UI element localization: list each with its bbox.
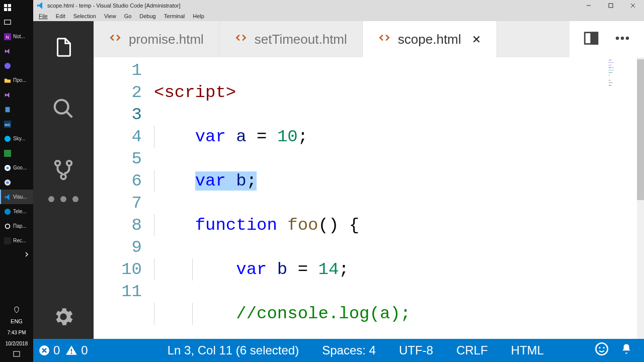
tab-promise[interactable]: promise.html [94, 21, 219, 57]
svg-point-44 [599, 347, 600, 348]
svg-text:N: N [6, 34, 9, 39]
bell-icon [620, 342, 633, 355]
error-icon [38, 344, 50, 356]
settings-button[interactable] [48, 302, 78, 332]
svg-point-42 [71, 352, 72, 354]
webstorm-icon: WS [4, 121, 11, 128]
close-tab-button[interactable] [471, 34, 481, 44]
svg-point-29 [61, 174, 66, 179]
activity-bar [33, 21, 94, 339]
svg-point-16 [6, 181, 9, 184]
action-center-icon[interactable] [0, 305, 33, 316]
taskbar-app-vscode[interactable]: Visu... [0, 190, 33, 204]
errors-indicator[interactable]: 0 [38, 343, 60, 357]
html-file-icon [234, 31, 248, 48]
taskbar-app-viber[interactable] [0, 58, 33, 73]
taskbar-app-cmd[interactable] [0, 146, 33, 160]
svg-point-45 [603, 347, 604, 348]
svg-point-25 [55, 100, 68, 114]
notifications-button[interactable] [0, 349, 33, 360]
svg-rect-8 [6, 107, 10, 112]
svg-rect-3 [8, 8, 11, 11]
dot-icon [72, 196, 78, 202]
menu-go[interactable]: Go [121, 13, 135, 20]
taskbar-app-onenote[interactable]: NNot... [0, 29, 33, 44]
vscode-window: scope.html - temp - Visual Studio Code [… [33, 0, 644, 362]
svg-text:WS: WS [5, 123, 11, 126]
svg-rect-0 [4, 4, 7, 7]
visualstudio-icon [4, 92, 11, 99]
titlebar[interactable]: scope.html - temp - Visual Studio Code [… [33, 0, 644, 11]
explorer-button[interactable] [48, 32, 78, 62]
menu-selection[interactable]: Selection [70, 13, 100, 20]
encoding-indicator[interactable]: UTF-8 [395, 343, 437, 357]
taskbar-app-skype[interactable]: Sky... [0, 131, 33, 146]
svg-point-17 [5, 208, 11, 214]
start-button[interactable] [0, 0, 33, 15]
notifications-button[interactable] [620, 342, 633, 358]
indentation-indicator[interactable]: Spaces: 4 [318, 343, 380, 357]
feedback-button[interactable] [595, 342, 609, 359]
close-button[interactable] [622, 0, 644, 11]
more-actions-button[interactable] [614, 30, 631, 49]
svg-rect-20 [14, 351, 20, 356]
taskbar-app-vs2[interactable] [0, 87, 33, 102]
taskbar-app-settings[interactable]: Пар... [0, 219, 33, 233]
clock-time[interactable]: 7:43 PM [0, 327, 33, 338]
terminal-icon [4, 150, 11, 157]
record-icon [4, 237, 11, 244]
dot-icon [48, 196, 54, 202]
code-area[interactable]: <script> var a = 10; var b; function foo… [154, 57, 644, 339]
dot-icon [60, 196, 66, 202]
taskbar-app-rec[interactable]: Rec... [0, 233, 33, 248]
taskbar-app-ws[interactable]: WS [0, 117, 33, 131]
tab-settimeout[interactable]: setTimeout.html [219, 21, 363, 57]
warnings-indicator[interactable]: 0 [65, 343, 88, 357]
gear-icon [4, 223, 11, 230]
taskbar-app-chrome2[interactable] [0, 175, 33, 190]
cursor-position[interactable]: Ln 3, Col 11 (6 selected) [164, 343, 303, 357]
activity-overflow[interactable] [48, 196, 78, 202]
split-editor-button[interactable] [583, 30, 600, 49]
minimize-button[interactable] [578, 0, 600, 11]
vertical-scrollbar[interactable] [637, 57, 644, 339]
scrollbar-thumb[interactable] [637, 59, 644, 200]
vscode-icon [4, 194, 11, 201]
svg-point-11 [5, 135, 11, 141]
language-indicator[interactable]: ENG [0, 316, 33, 327]
taskbar-app-telegram[interactable]: Tele... [0, 204, 33, 219]
menu-terminal[interactable]: Terminal [160, 13, 189, 20]
taskbar-app-vs[interactable] [0, 44, 33, 58]
source-control-button[interactable] [48, 155, 78, 185]
taskbar-overflow-chevron[interactable] [0, 248, 33, 261]
windows-icon [4, 4, 11, 11]
search-button[interactable] [48, 94, 78, 124]
file-icon [4, 106, 11, 113]
svg-rect-12 [4, 150, 11, 157]
warning-icon [65, 344, 78, 357]
language-mode[interactable]: HTML [507, 343, 548, 357]
taskview-button[interactable] [0, 15, 33, 29]
code-editor[interactable]: 1 2 3 4 5 6 7 8 9 10 11 <script> var a =… [94, 57, 644, 339]
menu-help[interactable]: Help [189, 13, 208, 20]
eol-indicator[interactable]: CRLF [452, 343, 492, 357]
telegram-icon [4, 208, 11, 215]
menu-file[interactable]: File [35, 13, 51, 20]
svg-rect-19 [4, 237, 11, 244]
menu-debug[interactable]: Debug [136, 13, 159, 20]
minimap[interactable]: ▬▬▬▬ ▬ ▬▬ ▬▬▬▬ ▬ ▬ ▬ ▬ ▬▬▬▬▬▬▬▬▬▬▬▬▬▬ [609, 59, 637, 89]
svg-rect-2 [4, 8, 7, 11]
maximize-button[interactable] [600, 0, 622, 11]
editor-area: promise.html setTimeout.html scope.html [94, 21, 644, 339]
svg-rect-22 [609, 4, 613, 8]
viber-icon [4, 62, 11, 69]
taskbar-app-files[interactable] [0, 102, 33, 117]
tab-scope[interactable]: scope.html [363, 21, 497, 57]
menu-view[interactable]: View [101, 13, 120, 20]
svg-point-28 [67, 161, 72, 166]
svg-point-37 [626, 37, 629, 40]
taskbar-app-chrome[interactable]: Goo... [0, 160, 33, 175]
menu-edit[interactable]: Edit [52, 13, 69, 20]
svg-point-18 [6, 224, 10, 228]
taskbar-app-explorer[interactable]: Про... [0, 73, 33, 87]
